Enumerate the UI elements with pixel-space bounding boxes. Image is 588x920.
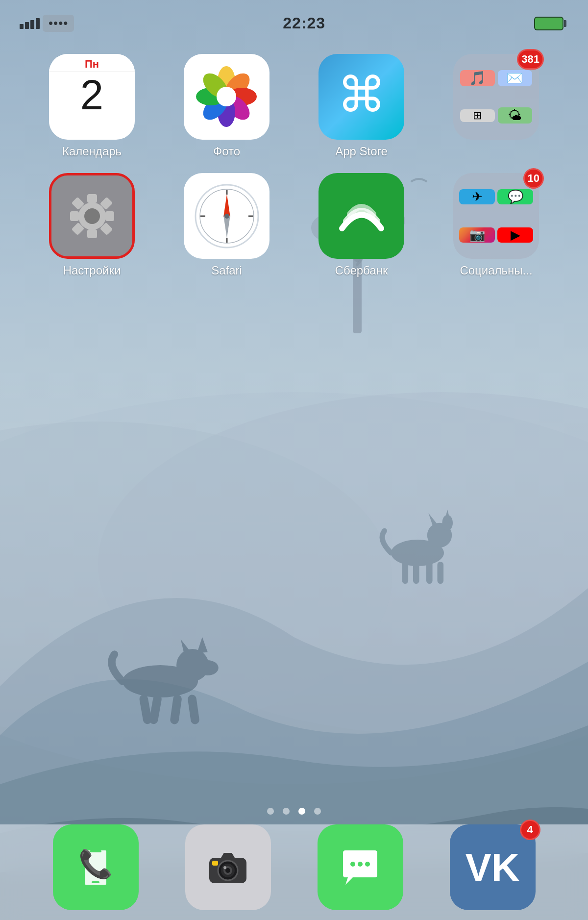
app-icon-wrapper-sberbank: [318, 173, 404, 259]
status-bar: •••• 22:23: [0, 0, 588, 39]
dock-vk[interactable]: VK 4: [450, 824, 536, 910]
svg-rect-47: [105, 211, 114, 221]
signal-bar-3: [30, 20, 34, 29]
folder-social-instagram: 📷: [459, 227, 495, 243]
app-label-settings: Настройки: [63, 264, 121, 277]
signal-bar-2: [25, 22, 29, 29]
calendar-day-name: Пн: [49, 54, 135, 72]
folder-mini-3: ⊞: [460, 109, 495, 122]
signal-bar-1: [20, 24, 24, 29]
app-appstore[interactable]: ⌘ App Store: [299, 54, 424, 158]
app-photos[interactable]: Фото: [164, 54, 289, 158]
carrier-name: ••••: [43, 15, 74, 32]
folder1-badge: 381: [517, 49, 544, 70]
dock-messages[interactable]: [318, 824, 403, 910]
app-icon-wrapper-calendar: Пн 2: [49, 54, 135, 140]
app-label-photos: Фото: [213, 145, 240, 158]
svg-point-72: [350, 862, 355, 867]
status-left: ••••: [20, 15, 74, 32]
appstore-icon: ⌘: [318, 54, 404, 140]
svg-text:📞: 📞: [78, 848, 113, 880]
app-icon-wrapper-photos: [184, 54, 270, 140]
folder-social-youtube: ▶: [497, 227, 533, 243]
app-icon-wrapper-folder1: 🎵 ✉️ ⊞ 🌤 381: [453, 54, 539, 140]
status-right: [534, 17, 564, 30]
app-grid: Пн 2 Календарь: [0, 44, 588, 287]
battery-indicator: [534, 17, 564, 30]
page-dot-2[interactable]: [283, 808, 290, 815]
folder-mini-4: 🌤: [498, 107, 533, 124]
folder-social-telegram: ✈: [459, 189, 495, 204]
status-time: 22:23: [283, 14, 325, 32]
safari-icon: [184, 173, 270, 259]
social-folder-badge: 10: [523, 168, 544, 189]
app-calendar[interactable]: Пн 2 Календарь: [29, 54, 154, 158]
app-icon-wrapper-appstore: ⌘: [318, 54, 404, 140]
app-folder1[interactable]: 🎵 ✉️ ⊞ 🌤 381: [434, 54, 559, 158]
svg-point-40: [217, 87, 236, 106]
svg-point-69: [225, 868, 230, 873]
page-dot-3[interactable]: [298, 808, 305, 815]
sberbank-svg: [332, 187, 391, 246]
dock-messages-icon: [318, 824, 403, 910]
gear-svg: [58, 182, 126, 250]
svg-rect-46: [70, 211, 79, 221]
safari-compass-svg: [193, 182, 261, 250]
folder-mini-1: 🎵: [460, 70, 495, 86]
app-label-calendar: Календарь: [62, 145, 122, 158]
app-label-social: Социальны...: [460, 264, 532, 277]
camera-svg: [203, 843, 252, 892]
page-dots: [0, 808, 588, 815]
app-icon-wrapper-safari: [184, 173, 270, 259]
dock-phone-icon: 📞: [53, 824, 139, 910]
photos-svg: [191, 61, 262, 132]
svg-rect-44: [87, 194, 97, 203]
vk-logo-text: VK: [465, 845, 519, 890]
svg-point-74: [365, 862, 370, 867]
app-label-safari: Safari: [211, 264, 242, 277]
svg-text:⌘: ⌘: [337, 67, 386, 122]
signal-bar-4: [36, 18, 40, 29]
app-label-appstore: App Store: [335, 145, 388, 158]
settings-icon: [49, 173, 135, 259]
dock-vk-icon: VK: [450, 824, 536, 910]
folder-social-whatsapp: 💬: [497, 189, 533, 204]
svg-rect-45: [87, 229, 97, 238]
signal-strength: [20, 18, 40, 29]
appstore-svg: ⌘: [330, 65, 393, 129]
app-sberbank[interactable]: Сбербанк: [299, 173, 424, 277]
sberbank-icon: [318, 173, 404, 259]
dock-camera[interactable]: [185, 824, 271, 910]
photos-icon: [184, 54, 270, 140]
phone-svg: 📞: [71, 843, 120, 892]
svg-point-61: [224, 214, 229, 219]
svg-point-43: [84, 208, 100, 224]
svg-rect-70: [212, 861, 218, 866]
calendar-icon: Пн 2: [49, 54, 135, 140]
phone-screen: •••• 22:23 Пн 2 Календарь: [0, 0, 588, 920]
calendar-day-num: 2: [80, 72, 103, 116]
folder-mini-2: ✉️: [498, 70, 533, 86]
dock-camera-icon: [185, 824, 271, 910]
svg-point-73: [358, 862, 363, 867]
page-dot-1[interactable]: [267, 808, 274, 815]
page-dot-4[interactable]: [314, 808, 321, 815]
app-social-folder[interactable]: ✈ 💬 📷 ▶ 10 Социальны...: [434, 173, 559, 277]
app-icon-wrapper-social: ✈ 💬 📷 ▶ 10: [453, 173, 539, 259]
app-settings[interactable]: Настройки: [29, 173, 154, 277]
app-icon-wrapper-settings: [49, 173, 135, 259]
app-safari[interactable]: Safari: [164, 173, 289, 277]
app-label-sberbank: Сбербанк: [335, 264, 388, 277]
vk-badge: 4: [520, 820, 540, 840]
messages-svg: [336, 843, 385, 892]
dock-phone[interactable]: 📞: [53, 824, 139, 910]
svg-point-71: [223, 866, 226, 869]
dock: 📞: [0, 824, 588, 920]
svg-rect-62: [92, 881, 99, 883]
